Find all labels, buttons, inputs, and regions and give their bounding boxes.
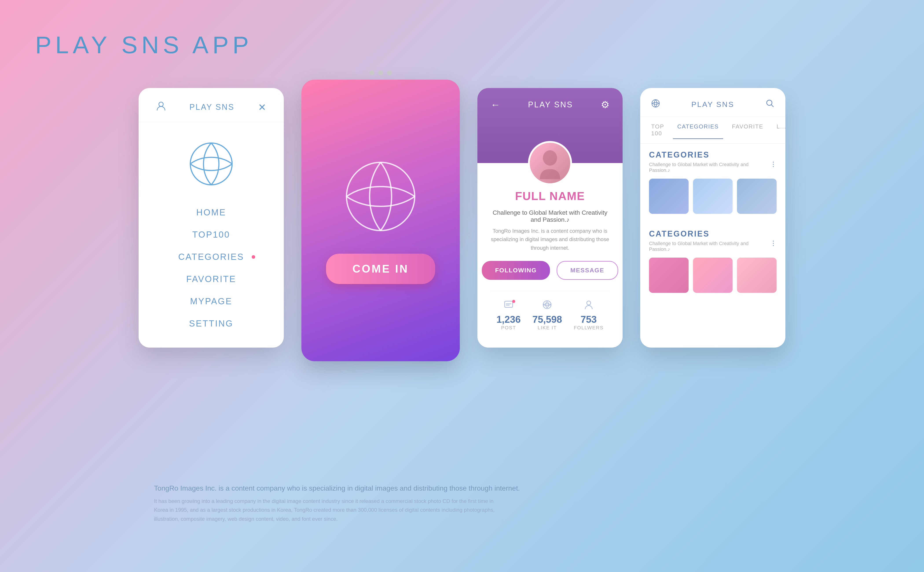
phones-container: PLAY SNS ✕ HOME TOP100 CATEGORIES FAVORI…: [18, 70, 906, 361]
dot-2: [378, 70, 383, 75]
svg-rect-5: [505, 301, 512, 307]
basketball-icon-blue: [187, 140, 235, 188]
svg-line-10: [771, 105, 773, 107]
blue-card-grid: [649, 179, 776, 214]
followers-label: FOLLWERS: [574, 325, 604, 330]
categories-label-1: CATEGORIES: [649, 150, 770, 160]
likeit-icon: [533, 300, 562, 312]
category-card-pink-1[interactable]: [649, 258, 689, 293]
phone-menu-header: PLAY SNS ✕: [138, 88, 284, 122]
nav-categories[interactable]: CATEGORIES: [138, 246, 284, 268]
profile-tagline: Challenge to Global Market with Creativi…: [491, 209, 609, 223]
section-more-2[interactable]: ⋮: [770, 239, 776, 247]
section-heading-2: CATEGORIES Challenge to Global Market wi…: [649, 229, 770, 258]
search-icon[interactable]: [766, 99, 774, 110]
bottom-text-area: TongRo Images Inc. is a content company …: [154, 484, 880, 524]
user-icon: [156, 101, 166, 113]
settings-icon[interactable]: ⚙: [601, 99, 609, 110]
section-header-2: CATEGORIES Challenge to Global Market wi…: [649, 229, 776, 258]
nav-setting[interactable]: SETTING: [138, 312, 284, 335]
phone-splash: COME IN: [301, 80, 460, 361]
category-card-pink-3[interactable]: [737, 258, 776, 293]
section-more-1[interactable]: ⋮: [770, 160, 776, 168]
category-card-blue-3[interactable]: [737, 179, 776, 214]
stat-post: 1,236 POST: [497, 300, 521, 331]
post-notification-dot: [512, 300, 515, 303]
followers-count: 753: [574, 314, 604, 325]
nav-top100[interactable]: TOP100: [138, 224, 284, 246]
section-header-1: CATEGORIES Challenge to Global Market wi…: [649, 150, 776, 179]
stat-likeit: 75,598 LIKE IT: [533, 300, 562, 331]
tab-more[interactable]: L...: [772, 121, 786, 139]
followers-icon: [574, 300, 604, 312]
section-heading-1: CATEGORIES Challenge to Global Market wi…: [649, 150, 770, 179]
svg-point-1: [190, 143, 232, 185]
categories-sub-2: Challenge to Global Market with Creativi…: [649, 241, 770, 252]
phone-top-dots: [370, 70, 392, 75]
bottom-description: It has been growing into a leading compa…: [154, 497, 506, 524]
phone-menu: PLAY SNS ✕ HOME TOP100 CATEGORIES FAVORI…: [138, 88, 284, 348]
basketball-icon-white: [341, 157, 420, 236]
category-card-blue-1[interactable]: [649, 179, 689, 214]
post-icon: [504, 300, 514, 312]
categories-label-2: CATEGORIES: [649, 229, 770, 238]
profile-body: FULL NAME Challenge to Global Market wit…: [477, 163, 623, 339]
profile-header-bar: ← PLAY SNS ⚙: [491, 99, 609, 110]
phone-categories: PLAY SNS TOP 100 CATEGORIES FAVORITE L..…: [640, 88, 786, 348]
category-card-pink-2[interactable]: [693, 258, 733, 293]
categories-section-2: CATEGORIES Challenge to Global Market wi…: [640, 223, 786, 302]
come-in-button[interactable]: COME IN: [326, 254, 435, 284]
tab-categories[interactable]: CATEGORIES: [673, 121, 724, 139]
pink-card-grid: [649, 258, 776, 293]
profile-buttons: FOLLOWING MESSAGE: [491, 261, 609, 280]
profile-header-title: PLAY SNS: [528, 100, 573, 109]
close-icon[interactable]: ✕: [258, 102, 266, 113]
categories-section-1: CATEGORIES Challenge to Global Market wi…: [640, 144, 786, 223]
svg-point-7: [587, 301, 591, 305]
message-button[interactable]: MESSAGE: [557, 261, 618, 280]
tab-top100[interactable]: TOP 100: [647, 121, 669, 139]
categories-app-icon: [651, 99, 660, 110]
category-tabs: TOP 100 CATEGORIES FAVORITE L...: [640, 117, 786, 144]
post-count: 1,236: [497, 314, 521, 325]
svg-point-2: [346, 162, 415, 230]
svg-point-0: [159, 102, 163, 106]
profile-description: TongRo Images Inc. is a content company …: [491, 227, 609, 252]
nav-menu: HOME TOP100 CATEGORIES FAVORITE MYPAGE S…: [138, 201, 284, 335]
stat-followers: 753 FOLLWERS: [574, 300, 604, 331]
profile-name: FULL NAME: [491, 190, 609, 203]
back-icon[interactable]: ←: [491, 99, 500, 110]
bottom-tagline: TongRo Images Inc. is a content company …: [154, 484, 880, 492]
nav-favorite[interactable]: FAVORITE: [138, 268, 284, 290]
profile-avatar: [528, 141, 572, 185]
likeit-count: 75,598: [533, 314, 562, 325]
svg-point-9: [767, 100, 772, 106]
likeit-label: LIKE IT: [538, 325, 557, 330]
nav-home[interactable]: HOME: [138, 201, 284, 224]
categories-sub-1: Challenge to Global Market with Creativi…: [649, 162, 770, 173]
phone-categories-header: PLAY SNS: [640, 88, 786, 117]
main-title: PLAY SNS APP: [35, 31, 253, 59]
nav-mypage[interactable]: MYPAGE: [138, 290, 284, 312]
svg-point-8: [652, 99, 659, 107]
phone-categories-title: PLAY SNS: [691, 100, 734, 109]
notification-dot: [252, 255, 255, 259]
dot-1: [370, 70, 374, 75]
svg-point-4: [543, 150, 557, 166]
phone-profile-header: ← PLAY SNS ⚙: [477, 88, 623, 163]
tab-favorite[interactable]: FAVORITE: [728, 121, 768, 139]
following-button[interactable]: FOLLOWING: [482, 261, 550, 280]
category-card-blue-2[interactable]: [693, 179, 733, 214]
phone-splash-wrapper: COME IN: [301, 70, 460, 361]
phone-menu-logo: PLAY SNS: [166, 103, 258, 112]
profile-stats: 1,236 POST 75,598 LIKE IT: [491, 291, 609, 331]
dot-3: [387, 70, 392, 75]
post-label: POST: [501, 325, 516, 330]
phone-profile: ← PLAY SNS ⚙: [477, 88, 623, 348]
